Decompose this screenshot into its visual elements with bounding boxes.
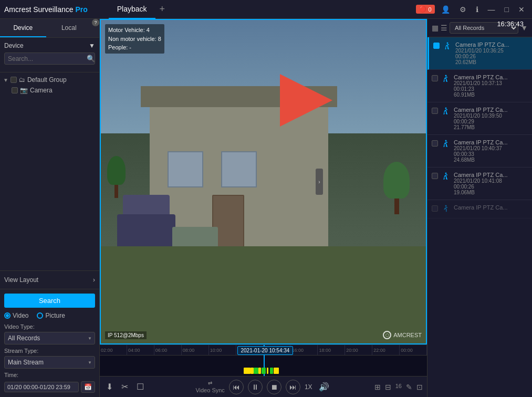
search-icon[interactable]: 🔍 [87, 55, 95, 62]
view-layout-header[interactable]: View Layout › [4, 274, 95, 286]
radio-video[interactable]: Video [4, 312, 28, 319]
time-range-input[interactable] [4, 382, 79, 392]
download-icon[interactable]: ⬇ [104, 380, 115, 394]
sync-icon[interactable]: ⇄ [208, 380, 212, 386]
close-button[interactable]: ✕ [515, 4, 528, 15]
record-checkbox-3[interactable] [432, 108, 438, 114]
stream-type-select[interactable]: Main Stream Sub Stream [4, 356, 95, 369]
video-sync-container: ⇄ Video Sync [195, 380, 224, 393]
info-icon[interactable]: ℹ [473, 4, 482, 15]
record-item-2[interactable]: Camera IP PTZ Ca... 2021/01/20 10:37:13 … [427, 70, 532, 102]
record-checkbox-4[interactable] [432, 140, 438, 147]
tree-group-default[interactable]: ▼ 🗂 Default Group [0, 75, 99, 85]
device-section: Device ▼ 🔍 [0, 38, 99, 72]
help-icon[interactable]: ? [92, 19, 99, 26]
volume-icon[interactable]: 🔊 [317, 380, 331, 394]
red-arrow-container [280, 74, 427, 127]
radio-picture[interactable]: Picture [37, 312, 65, 319]
chevron-down-icon: ▼ [3, 77, 8, 83]
amcrest-logo: ⬡ AMCREST [383, 331, 422, 339]
device-dropdown-arrow[interactable]: ▼ [89, 42, 95, 49]
record-item-4[interactable]: Camera IP PTZ Ca... 2021/01/20 10:40:37 … [427, 135, 532, 168]
user-icon[interactable]: 👤 [438, 4, 453, 15]
record-name-2: Camera IP PTZ Ca... [454, 74, 528, 80]
search-button[interactable]: Search [4, 294, 95, 308]
fast-forward-button[interactable]: ⏭ [286, 380, 300, 394]
add-tab-button[interactable]: + [160, 4, 165, 15]
record-item-5[interactable]: Camera IP PTZ Ca... 2021/01/20 10:41:08 … [427, 168, 532, 200]
record-name-4: Camera IP PTZ Ca... [454, 139, 528, 145]
chevron-right-icon: › [318, 179, 320, 185]
feed-tree-right [383, 162, 410, 214]
record-info-2: Camera IP PTZ Ca... 2021/01/20 10:37:13 … [454, 74, 528, 98]
video-panel: Motor Vehicle: 4 Non motor vehicle: 8 Pe… [100, 19, 427, 344]
panel-collapse-button[interactable]: › [316, 169, 323, 195]
timeline-bar-2 [251, 368, 254, 374]
group-checkbox[interactable] [11, 77, 17, 83]
arrow-overlay [280, 74, 427, 127]
maximize-button[interactable]: □ [502, 4, 512, 15]
video-type-select[interactable]: All Records Regular Motion Alarm [4, 332, 95, 344]
record-button[interactable]: 🔴 0 [416, 5, 434, 14]
list-view-icon[interactable]: ⊟ [385, 383, 391, 391]
clip-icon[interactable]: ☐ [134, 380, 146, 394]
content-area: Motor Vehicle: 4 Non motor vehicle: 8 Pe… [100, 19, 427, 397]
settings-icon[interactable]: ⚙ [456, 4, 470, 15]
minimize-button[interactable]: — [485, 4, 498, 15]
time-section-label: Time: [4, 372, 95, 378]
record-info-3: Camera IP PTZ Ca... 2021/01/20 10:39:50 … [454, 107, 528, 130]
radio-picture-dot [37, 312, 43, 319]
stream-type-select-wrapper[interactable]: Main Stream Sub Stream [4, 356, 95, 369]
sidebar: Device Local ? Device ▼ 🔍 ▼ 🗂 [0, 19, 100, 397]
speed-label[interactable]: 1X [305, 383, 312, 391]
overlay-line2: Non motor vehicle: 8 [108, 35, 161, 44]
search-box[interactable]: 🔍 [4, 53, 95, 65]
record-checkbox-5[interactable] [432, 173, 438, 179]
tree-camera-item[interactable]: 📷 Camera [0, 85, 99, 96]
record-checkbox-1[interactable] [433, 43, 440, 49]
cut-icon[interactable]: ✂ [119, 380, 130, 394]
video-type-select-wrapper[interactable]: All Records Regular Motion Alarm [4, 332, 95, 344]
record-checkbox-6[interactable] [432, 205, 438, 212]
record-info-4: Camera IP PTZ Ca... 2021/01/20 10:40:37 … [454, 139, 528, 163]
camera-feed: Motor Vehicle: 4 Non motor vehicle: 8 Pe… [101, 20, 426, 343]
timeline-area[interactable]: 02:00 04:00 06:00 08:00 10:00 12:00 14:0… [100, 345, 427, 376]
record-checkbox-2[interactable] [432, 75, 438, 81]
tab-playback[interactable]: Playback [109, 0, 155, 19]
grid-view-icon[interactable]: ⊞ [374, 383, 381, 391]
svg-point-5 [445, 205, 447, 207]
overlay-line3: People: - [108, 43, 161, 52]
rewind-button[interactable]: ⏮ [229, 380, 244, 394]
camera-tree: ▼ 🗂 Default Group 📷 Camera [0, 72, 99, 98]
records-grid-icon[interactable]: ▦ [432, 24, 439, 32]
overlay-line1: Motor Vehicle: 4 [108, 26, 161, 35]
bottom-area: 02:00 04:00 06:00 08:00 10:00 12:00 14:0… [100, 344, 427, 397]
amcrest-circle: ⬡ [383, 331, 391, 339]
records-list-icon[interactable]: ☰ [441, 24, 447, 32]
fullscreen-icon[interactable]: ⊡ [416, 383, 423, 391]
video-overlay-bottom-right: ⬡ AMCREST [383, 331, 422, 339]
record-item-6[interactable]: Camera IP PTZ Ca... [427, 200, 532, 218]
tab-device[interactable]: Device [0, 19, 46, 37]
record-item-3[interactable]: Camera IP PTZ Ca... 2021/01/20 10:39:50 … [427, 102, 532, 135]
stop-button[interactable]: ⏹ [267, 380, 281, 394]
camera-name: Camera [30, 87, 53, 94]
record-item-1[interactable]: Camera IP PTZ Ca... 2021/01/20 10:36:25 … [427, 37, 532, 70]
pause-button[interactable]: ⏸ [248, 380, 263, 394]
record-duration-5: 00:00:26 [454, 184, 528, 190]
feed-ground [101, 246, 426, 343]
record-count: 0 [428, 6, 431, 13]
tick-0200: 02:00 [100, 345, 127, 355]
tick-1600: 16:00 [290, 345, 318, 355]
svg-point-2 [445, 108, 447, 109]
camera-checkbox[interactable] [12, 87, 18, 93]
tab-local[interactable]: Local [46, 19, 92, 37]
calendar-icon[interactable]: 📅 [81, 381, 95, 393]
count-icon[interactable]: 16 [395, 383, 402, 391]
record-duration-3: 00:00:29 [454, 119, 528, 124]
time-display: 16:36:43 [494, 19, 527, 29]
radio-video-label: Video [13, 312, 28, 319]
search-input[interactable] [8, 55, 87, 62]
svg-point-1 [445, 75, 447, 77]
edit-icon[interactable]: ✎ [406, 383, 412, 391]
